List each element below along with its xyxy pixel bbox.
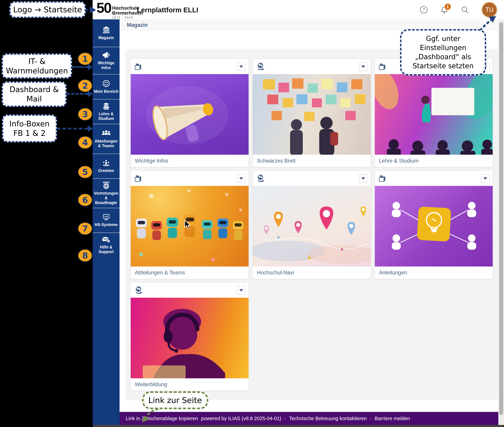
sidebar-item-hs-systeme[interactable]: HS-Systeme — [93, 208, 120, 233]
card-title[interactable]: Wichtige Infos — [131, 155, 248, 167]
app-footer: Link in Zwischenablage kopieren powered … — [120, 412, 498, 425]
card-actions-dropdown[interactable] — [359, 174, 368, 183]
annotation-number-8: 8 — [78, 249, 92, 262]
card-title[interactable]: Weiterbildung — [131, 378, 248, 391]
sidebar-item-mein-bereich[interactable]: Mein Bereich — [93, 74, 120, 99]
annotation-arrow-to-avatar — [477, 16, 499, 31]
card-title[interactable]: Abteilungen & Teams — [131, 267, 248, 279]
footer-separator: · — [370, 416, 372, 421]
annotation-it-warnmeldungen-callout: IT- & Warnmeldungen — [2, 53, 72, 78]
annotation-number-3: 3 — [78, 108, 92, 121]
annotation-arrow-3 — [57, 125, 93, 132]
mail-question-icon: ? — [102, 236, 110, 243]
weblink-icon — [256, 174, 264, 183]
card-weiterbildung: Weiterbildung — [131, 282, 249, 391]
notification-badge: 1 — [445, 4, 451, 10]
smiley-icon — [102, 80, 110, 87]
folder-icon — [379, 174, 387, 183]
annotated-screenshot-canvas: 50 Hochschule Bremerhaven 1975 - 2025 Le… — [0, 0, 504, 427]
main-sidebar: Magazin Wichtige Infos Mein Bereich Lehr… — [93, 19, 120, 425]
weblink-icon — [134, 286, 142, 295]
annotation-settings-callout: Ggf. unter Einstellungen „Dashboard“ als… — [400, 29, 486, 76]
svg-text:?: ? — [108, 240, 109, 243]
chevron-down-icon — [483, 177, 487, 180]
app-header: 50 Hochschule Bremerhaven 1975 - 2025 Le… — [93, 0, 504, 20]
chevron-down-icon — [361, 66, 365, 68]
books-icon — [102, 102, 110, 110]
card-title[interactable]: Schwarzes Brett — [253, 155, 371, 167]
annotation-arrow-2 — [67, 91, 93, 97]
page-title: Lernplattform ELLI — [137, 6, 198, 14]
chevron-down-icon — [239, 177, 243, 180]
sidebar-item-vertretungen[interactable]: Vertretungen & Beauftragte — [93, 178, 120, 208]
card-image-sticky-notes[interactable] — [253, 74, 371, 155]
chevron-down-icon — [239, 289, 243, 291]
chevron-down-icon — [361, 177, 365, 180]
monitor-password-icon — [102, 214, 110, 221]
card-title[interactable]: Anleitungen — [375, 267, 493, 279]
annotation-info-boxen-callout: Info-Boxen FB 1 & 2 — [2, 114, 57, 142]
card-image-map-pins[interactable] — [253, 186, 371, 267]
card-schwarzes-brett: Schwarzes Brett — [253, 59, 371, 167]
footer-separator: · — [284, 416, 286, 421]
annotation-number-1: 1 — [78, 53, 92, 65]
sidebar-item-label: HS-Systeme — [94, 222, 117, 227]
sidebar-item-label: Gremien — [98, 168, 114, 173]
help-icon[interactable]: ? — [420, 6, 428, 14]
sidebar-item-gremien[interactable]: Gremien — [93, 154, 120, 178]
chevron-down-icon — [239, 66, 243, 68]
annotation-number-4: 4 — [78, 136, 92, 149]
globe-people-icon — [102, 182, 110, 189]
sidebar-item-abteilungen-teams[interactable]: Abteilungen & Teams — [93, 124, 120, 154]
breadcrumb-magazin[interactable]: Magazin — [127, 22, 148, 28]
annotation-arrow-to-footer-link — [140, 408, 162, 424]
annotation-arrow-to-logo — [85, 5, 97, 15]
card-image-lecture[interactable] — [375, 74, 493, 155]
card-actions-dropdown[interactable] — [481, 174, 490, 183]
scrollbar-thumb[interactable] — [499, 22, 503, 415]
svg-text:?: ? — [422, 7, 425, 12]
sidebar-item-magazin[interactable]: Magazin — [93, 19, 120, 47]
user-avatar[interactable]: TU — [481, 2, 497, 18]
folder-icon — [379, 62, 387, 71]
card-title[interactable]: Lehre & Studium — [375, 155, 493, 167]
card-actions-dropdown[interactable] — [237, 174, 246, 183]
card-image-megaphone[interactable] — [131, 74, 248, 155]
sidebar-item-hilfe-support[interactable]: ? Hilfe & Support — [93, 233, 120, 257]
people-group-icon — [102, 130, 110, 137]
sidebar-item-label: Hilfe & Support — [94, 245, 118, 254]
folder-icon — [134, 62, 142, 71]
footer-support-link[interactable]: Technische Betreuung kontaktieren — [289, 416, 367, 421]
sidebar-item-lehre-studium[interactable]: Lehre & Studium — [93, 99, 120, 124]
notifications-bell-icon[interactable]: 1 — [440, 6, 449, 14]
logo-years: 1975 - 2025 — [112, 16, 143, 19]
card-title[interactable]: Hochschul-Navi — [253, 267, 371, 279]
sidebar-item-label: Wichtige Infos — [94, 61, 118, 70]
folder-icon — [134, 174, 142, 183]
logo-50-anniversary: 50 — [96, 1, 111, 15]
footer-accessibility-link[interactable]: Barriere melden — [375, 416, 410, 421]
annotation-dashboard-mail-callout: Dashboard & Mail — [2, 82, 67, 107]
sidebar-item-wichtige-infos[interactable]: Wichtige Infos — [93, 47, 120, 74]
annotation-logo-callout: Logo → Startseite — [9, 1, 86, 18]
annotation-number-2: 2 — [78, 79, 92, 92]
card-actions-dropdown[interactable] — [359, 62, 368, 71]
card-image-headset-person[interactable] — [131, 298, 248, 378]
annotation-number-5: 5 — [78, 166, 92, 178]
sidebar-item-label: Lehre & Studium — [94, 112, 118, 121]
search-icon[interactable] — [461, 6, 469, 14]
annotation-number-7: 7 — [78, 222, 92, 235]
care-hand-icon — [102, 159, 110, 167]
hochschule-logo[interactable]: 50 Hochschule Bremerhaven 1975 - 2025 — [96, 1, 143, 19]
card-image-lightbulb[interactable] — [375, 186, 493, 267]
card-hochschul-navi: Hochschul-Navi — [253, 171, 371, 279]
megaphone-icon — [102, 51, 110, 59]
sidebar-item-label: Mein Bereich — [94, 89, 118, 94]
window-bottom-edge — [93, 425, 504, 427]
card-actions-dropdown[interactable] — [237, 286, 246, 295]
card-wichtige-infos: Wichtige Infos — [131, 59, 249, 167]
repository-panel: Wichtige Infos Schwa — [125, 49, 498, 400]
card-actions-dropdown[interactable] — [237, 62, 246, 71]
annotation-link-zur-seite-callout: Link zur Seite — [142, 391, 208, 409]
annotation-number-6: 6 — [78, 194, 92, 206]
